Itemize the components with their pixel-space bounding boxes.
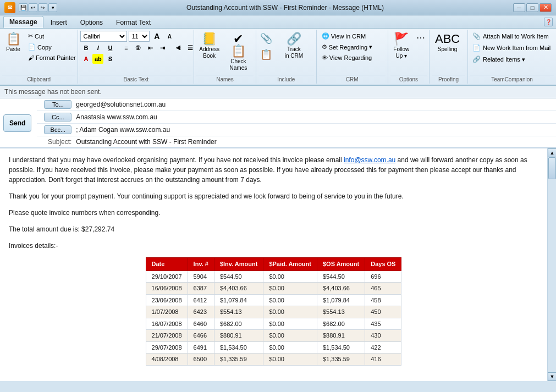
attach-mail-work-item-button[interactable]: 📎 Attach Mail to Work Item: [470, 31, 553, 42]
font-selector[interactable]: Calibri: [80, 31, 127, 42]
view-regarding-button[interactable]: 👁 View Regarding: [319, 53, 386, 63]
scrollbar[interactable]: ▲ ▼: [547, 148, 556, 381]
scroll-thumb[interactable]: [548, 157, 556, 179]
set-regarding-icon: ⚙: [322, 43, 327, 51]
ribbon-group-names: 📒 AddressBook ✔📋 CheckNames Names: [194, 30, 256, 84]
table-row: 21/07/20086466$880.91$0.00$880.91430: [146, 330, 401, 342]
address-book-button[interactable]: 📒 AddressBook: [196, 31, 222, 62]
font-size-selector[interactable]: 11: [129, 31, 150, 42]
not-sent-notice: This message has not been sent.: [0, 86, 556, 98]
cut-button[interactable]: ✂ Cut: [25, 31, 79, 41]
cc-row: Cc... Anastasia www.ssw.com.au: [37, 111, 556, 124]
new-work-item-button[interactable]: 📄 New Work Item from Mail: [470, 42, 553, 53]
body-para-2: Thank you for your prompt payment. Your …: [9, 191, 538, 201]
view-crm-icon: 🌐: [322, 32, 329, 40]
scroll-down-button[interactable]: ▼: [548, 372, 556, 381]
highlight-button[interactable]: ab: [92, 54, 103, 64]
new-work-item-icon: 📄: [472, 44, 481, 52]
to-row: To... georged@solutionsnet.com.au: [37, 98, 556, 111]
decrease-indent-button[interactable]: ⇤: [145, 43, 156, 53]
ribbon-group-clipboard: 📋 Paste ✂ Cut 📄 Copy 🖌 Format Painter Cl…: [0, 30, 78, 84]
undo-btn[interactable]: ↩: [29, 3, 37, 12]
bcc-button[interactable]: Bcc...: [44, 125, 71, 134]
italic-button[interactable]: I: [92, 43, 103, 53]
to-button[interactable]: To...: [44, 100, 71, 109]
format-painter-button[interactable]: 🖌 Format Painter: [25, 53, 79, 63]
dropdown-btn[interactable]: ▾: [48, 3, 57, 12]
track-in-crm-button[interactable]: 🔗 Trackin CRM: [282, 31, 306, 62]
address-book-icon: 📒: [202, 33, 217, 45]
copy-button[interactable]: 📄 Copy: [25, 42, 79, 52]
proofing-label: Proofing: [432, 75, 465, 82]
ribbon: 📋 Paste ✂ Cut 📄 Copy 🖌 Format Painter Cl…: [0, 29, 556, 86]
ribbon-group-basic-text: Calibri 11 A A B I U ≡ ① ⇤ ⇥ ⫷ ☰: [78, 30, 194, 84]
align-left-button[interactable]: ⫷: [173, 43, 184, 53]
table-row: 29/07/20086491$1,534.50$0.00$1,534.50422: [146, 341, 401, 354]
scroll-track: [548, 157, 556, 372]
increase-indent-button[interactable]: ⇥: [157, 43, 168, 53]
invoices-label: Invoices details:-: [9, 241, 538, 251]
send-panel: Send: [0, 98, 37, 147]
view-in-crm-button[interactable]: 🌐 View in CRM: [319, 31, 386, 41]
options-more-button[interactable]: ⋯: [414, 31, 428, 45]
scroll-up-button[interactable]: ▲: [548, 148, 556, 157]
window-title: Outstanding Account with SSW - First Rem…: [57, 4, 513, 12]
attach-mail-icon: 📎: [472, 32, 481, 40]
col-paid-amount: $Paid. Amount: [263, 258, 317, 271]
email-main: I understand that you may have overlooke…: [0, 148, 556, 381]
email-body: I understand that you may have overlooke…: [0, 148, 547, 381]
info-email-link[interactable]: info@ssw.com.au: [344, 156, 395, 164]
spelling-button[interactable]: ABC Spelling: [432, 31, 463, 55]
save-btn[interactable]: 💾: [19, 3, 27, 12]
subject-field[interactable]: Outstanding Account with SSW - First Rem…: [76, 138, 552, 146]
close-button[interactable]: ✕: [540, 3, 552, 12]
underline-button[interactable]: U: [104, 43, 115, 53]
ribbon-group-options: 🚩 FollowUp ▾ ⋯ Options: [388, 30, 430, 84]
grow-font-button[interactable]: A: [151, 31, 162, 41]
send-button[interactable]: Send: [3, 114, 31, 132]
related-items-button[interactable]: 🔗 Related Items ▾: [470, 54, 553, 65]
tab-insert[interactable]: Insert: [45, 16, 73, 28]
redo-btn[interactable]: ↪: [38, 3, 47, 12]
view-regarding-icon: 👁: [322, 54, 328, 61]
col-os-amount: $OS Amount: [317, 258, 365, 271]
minimize-button[interactable]: ─: [513, 3, 525, 12]
options-group-label: Options: [390, 75, 427, 82]
col-date: Date: [146, 258, 188, 271]
numbering-button[interactable]: ①: [133, 43, 144, 53]
shrink-font-button[interactable]: A: [164, 31, 175, 41]
check-names-button[interactable]: ✔📋 CheckNames: [223, 31, 254, 74]
set-regarding-button[interactable]: ⚙ Set Regarding ▾: [319, 42, 386, 52]
to-field[interactable]: georged@solutionsnet.com.au: [74, 100, 552, 109]
maximize-button[interactable]: □: [526, 3, 538, 12]
follow-up-button[interactable]: 🚩 FollowUp ▾: [390, 31, 412, 62]
ribbon-group-proofing: ABC Spelling Proofing: [430, 30, 468, 84]
font-color-button[interactable]: A: [80, 54, 91, 64]
tab-format-text[interactable]: Format Text: [110, 16, 157, 28]
copy-icon: 📄: [28, 43, 36, 51]
attach-file-button[interactable]: 📎: [258, 31, 280, 46]
tab-message[interactable]: Message: [3, 16, 43, 28]
tab-options[interactable]: Options: [74, 16, 109, 28]
bullets-button[interactable]: ≡: [120, 43, 131, 53]
spelling-icon: ABC: [435, 33, 460, 45]
help-button[interactable]: ❓: [544, 18, 553, 26]
table-row: 4/08/20086500$1,335.59$0.00$1,335.59416: [146, 354, 401, 366]
ribbon-group-include: 📎 📋 🔗 Trackin CRM Include: [256, 30, 317, 84]
ribbon-group-team-companion: 📎 Attach Mail to Work Item 📄 New Work It…: [468, 30, 556, 84]
strikethrough-button[interactable]: S: [104, 54, 115, 64]
col-inv-amount: $Inv. Amount: [214, 258, 263, 271]
attach-item-button[interactable]: 📋: [258, 47, 280, 62]
format-painter-icon: 🖌: [28, 54, 34, 61]
cc-field[interactable]: Anastasia www.ssw.com.au: [74, 113, 552, 122]
bcc-field[interactable]: ; Adam Cogan www.ssw.com.au: [74, 125, 552, 134]
basic-text-label: Basic Text: [80, 75, 191, 82]
table-row: 29/10/20075904$544.50$0.00$544.50696: [146, 270, 401, 283]
bold-button[interactable]: B: [80, 43, 91, 53]
cc-button[interactable]: Cc...: [44, 113, 71, 122]
email-header: Send To... georged@solutionsnet.com.au C…: [0, 98, 556, 148]
invoice-table: Date Inv. # $Inv. Amount $Paid. Amount $…: [146, 257, 402, 366]
paste-button[interactable]: 📋 Paste: [2, 31, 24, 55]
names-label: Names: [196, 75, 254, 82]
track-crm-icon: 🔗: [287, 33, 301, 45]
